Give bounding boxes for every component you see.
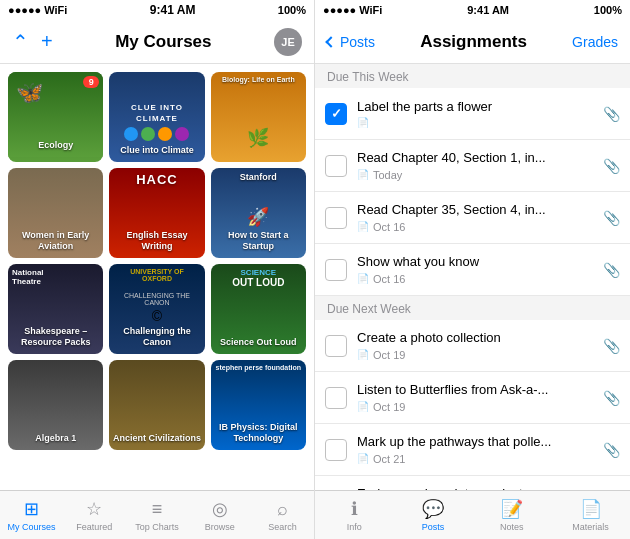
- assignment-show-know[interactable]: Show what you know 📄 Oct 16 📎: [315, 244, 630, 296]
- checkbox-show-know[interactable]: [325, 259, 347, 281]
- courses-row-4: Algebra 1 Ancient Civilizations stephen …: [8, 360, 306, 450]
- assignment-pathways-content: Mark up the pathways that polle... 📄 Oct…: [357, 434, 597, 465]
- course-climate-label: Clue into Climate: [117, 145, 197, 156]
- right-time: 9:41 AM: [467, 4, 509, 16]
- assignment-pathways-title: Mark up the pathways that polle...: [357, 434, 597, 451]
- attachment-icon-5: 📎: [603, 338, 620, 354]
- assignment-read-40-content: Read Chapter 40, Section 1, in... 📄 Toda…: [357, 150, 597, 181]
- assignment-show-know-date: Oct 16: [373, 273, 405, 285]
- posts-label: Posts: [422, 522, 445, 532]
- page-icon-3: 📄: [357, 221, 369, 232]
- search-icon: ⌕: [277, 499, 288, 520]
- course-ecology-label: Ecology: [35, 140, 76, 151]
- course-women[interactable]: Women in Early Aviation: [8, 168, 103, 258]
- avatar[interactable]: JE: [274, 28, 302, 56]
- course-national-label: Shakespeare – Resource Packs: [8, 326, 103, 348]
- course-physics[interactable]: stephen perse foundation IB Physics: Dig…: [211, 360, 306, 450]
- course-ecology[interactable]: 🦋 Ecology 9: [8, 72, 103, 162]
- page-icon-2: 📄: [357, 169, 369, 180]
- notes-icon: 📝: [501, 498, 523, 520]
- checkbox-read-35[interactable]: [325, 207, 347, 229]
- assignment-read-40[interactable]: Read Chapter 40, Section 1, in... 📄 Toda…: [315, 140, 630, 192]
- assignment-label-flower-meta: 📄: [357, 117, 597, 128]
- tab-browse[interactable]: ◎ Browse: [188, 491, 251, 539]
- course-national[interactable]: NationalTheatre Shakespeare – Resource P…: [8, 264, 103, 354]
- course-startup[interactable]: Stanford 🚀 How to Start a Startup: [211, 168, 306, 258]
- featured-label: Featured: [76, 522, 112, 532]
- back-to-posts-button[interactable]: Posts: [327, 34, 375, 50]
- right-battery: 100%: [594, 4, 622, 16]
- assignment-read-40-title: Read Chapter 40, Section 1, in...: [357, 150, 597, 167]
- right-signal: ●●●●● WiFi: [323, 4, 382, 16]
- grades-button[interactable]: Grades: [572, 34, 618, 50]
- browse-label: Browse: [205, 522, 235, 532]
- checkbox-butterflies[interactable]: [325, 387, 347, 409]
- page-icon-7: 📄: [357, 453, 369, 464]
- course-climate[interactable]: CLUE INTO CLIMATE Clue into Climate: [109, 72, 204, 162]
- right-panel: ●●●●● WiFi 9:41 AM 100% Posts Assignment…: [315, 0, 630, 539]
- assignment-photo-collection[interactable]: Create a photo collection 📄 Oct 19 📎: [315, 320, 630, 372]
- info-icon: ℹ: [351, 498, 358, 520]
- course-ancient[interactable]: Ancient Civilizations: [109, 360, 204, 450]
- assignment-photo-collection-content: Create a photo collection 📄 Oct 19: [357, 330, 597, 361]
- back-chevron-icon: [325, 36, 336, 47]
- page-icon: 📄: [357, 117, 369, 128]
- courses-row-1: 🦋 Ecology 9 CLUE INTO CLIMATE: [8, 72, 306, 162]
- rtab-info[interactable]: ℹ Info: [315, 491, 394, 539]
- materials-label: Materials: [572, 522, 609, 532]
- notes-label: Notes: [500, 522, 524, 532]
- checkbox-photo-collection[interactable]: [325, 335, 347, 357]
- course-oxford-label: Challenging the Canon: [109, 326, 204, 348]
- course-biology[interactable]: Biology: Life on Earth 🌿: [211, 72, 306, 162]
- courses-row-3: NationalTheatre Shakespeare – Resource P…: [8, 264, 306, 354]
- section-due-this-week: Due This Week: [315, 64, 630, 88]
- assignment-pathways[interactable]: Mark up the pathways that polle... 📄 Oct…: [315, 424, 630, 476]
- checkbox-read-40[interactable]: [325, 155, 347, 177]
- course-startup-label: How to Start a Startup: [211, 230, 306, 252]
- my-courses-label: My Courses: [7, 522, 55, 532]
- assignment-butterflies[interactable]: Listen to Butterflies from Ask-a-... 📄 O…: [315, 372, 630, 424]
- assignment-label-flower-content: Label the parts a flower 📄: [357, 99, 597, 129]
- tab-search[interactable]: ⌕ Search: [251, 491, 314, 539]
- assignment-read-35[interactable]: Read Chapter 35, Section 4, in... 📄 Oct …: [315, 192, 630, 244]
- assignment-show-know-title: Show what you know: [357, 254, 597, 271]
- course-ancient-label: Ancient Civilizations: [110, 433, 204, 444]
- rtab-materials[interactable]: 📄 Materials: [551, 491, 630, 539]
- section-due-next-week: Due Next Week: [315, 296, 630, 320]
- assignment-photo-collection-title: Create a photo collection: [357, 330, 597, 347]
- assignment-predator[interactable]: Endangered predator project 📄 Oct 23 📎: [315, 476, 630, 490]
- course-english[interactable]: HACC English Essay Writing: [109, 168, 204, 258]
- assignment-label-flower-title: Label the parts a flower: [357, 99, 597, 116]
- assignment-read-40-date: Today: [373, 169, 402, 181]
- tab-my-courses[interactable]: ⊞ My Courses: [0, 491, 63, 539]
- course-science[interactable]: SCIENCEOUT LOUD Science Out Loud: [211, 264, 306, 354]
- course-oxford[interactable]: UNIVERSITY OFOXFORD CHALLENGING THE CANO…: [109, 264, 204, 354]
- left-nav-icons: ⌃ +: [12, 30, 53, 54]
- assignment-show-know-content: Show what you know 📄 Oct 16: [357, 254, 597, 285]
- right-header: Posts Assignments Grades: [315, 20, 630, 64]
- page-icon-5: 📄: [357, 349, 369, 360]
- attachment-icon-7: 📎: [603, 442, 620, 458]
- assignment-label-flower[interactable]: Label the parts a flower 📄 📎: [315, 88, 630, 140]
- left-time: 9:41 AM: [150, 3, 196, 17]
- assignment-pathways-date: Oct 21: [373, 453, 405, 465]
- attachment-icon-6: 📎: [603, 390, 620, 406]
- checkbox-label-flower[interactable]: [325, 103, 347, 125]
- assignment-show-know-meta: 📄 Oct 16: [357, 273, 597, 285]
- tab-featured[interactable]: ☆ Featured: [63, 491, 126, 539]
- course-algebra[interactable]: Algebra 1: [8, 360, 103, 450]
- rtab-notes[interactable]: 📝 Notes: [473, 491, 552, 539]
- tab-top-charts[interactable]: ≡ Top Charts: [126, 491, 189, 539]
- checkbox-pathways[interactable]: [325, 439, 347, 461]
- rtab-posts[interactable]: 💬 Posts: [394, 491, 473, 539]
- assignment-read-40-meta: 📄 Today: [357, 169, 597, 181]
- course-algebra-label: Algebra 1: [32, 433, 79, 444]
- top-charts-icon: ≡: [152, 499, 163, 520]
- assignment-read-35-content: Read Chapter 35, Section 4, in... 📄 Oct …: [357, 202, 597, 233]
- back-button[interactable]: ⌃: [12, 30, 29, 54]
- attachment-icon: 📎: [603, 106, 620, 122]
- my-courses-icon: ⊞: [24, 498, 39, 520]
- add-course-button[interactable]: +: [41, 30, 53, 53]
- page-title: My Courses: [115, 32, 211, 52]
- left-signal: ●●●●● WiFi: [8, 4, 67, 16]
